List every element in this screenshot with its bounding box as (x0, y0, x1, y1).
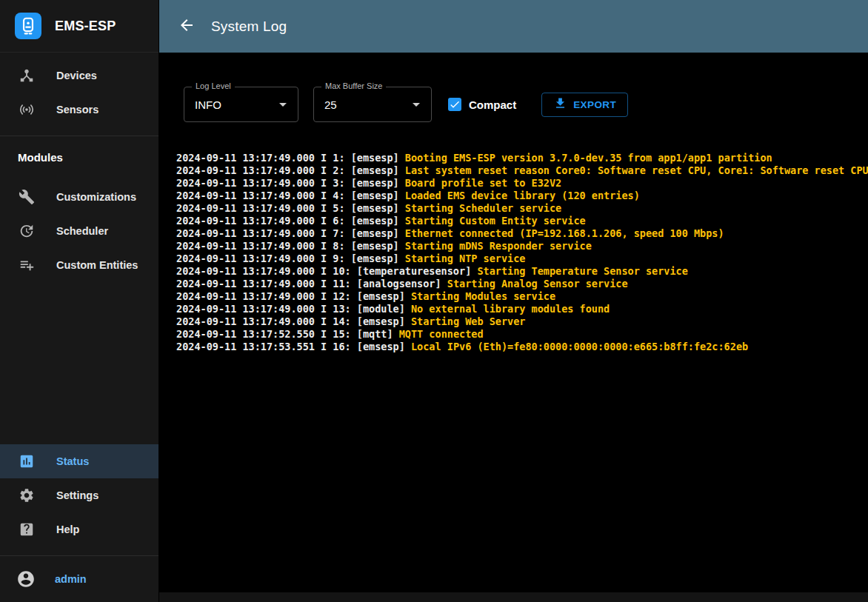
log-message: Starting NTP service (405, 252, 526, 264)
max-buffer-value: 25 (324, 98, 337, 111)
log-lines: 2024-09-11 13:17:49.000 I 1: [emsesp] Bo… (159, 122, 868, 592)
log-message: Starting Temperature Sensor service (477, 265, 687, 277)
app-bar: System Log (159, 0, 868, 53)
sidebar-item-label: Help (56, 524, 79, 535)
download-icon (553, 96, 567, 113)
log-prefix: 2024-09-11 13:17:49.000 I 14: [emsesp] (176, 315, 411, 327)
log-prefix: 2024-09-11 13:17:49.000 I 1: [emsesp] (176, 152, 405, 164)
log-line: 2024-09-11 13:17:49.000 I 14: [emsesp] S… (176, 315, 868, 328)
log-line: 2024-09-11 13:17:49.000 I 7: [emsesp] Et… (176, 227, 868, 240)
log-message: Starting Web Server (411, 315, 525, 327)
app-logo-area: EMS-ESP (0, 0, 158, 53)
log-message: Loaded EMS device library (120 entries) (405, 190, 640, 201)
max-buffer-label: Max Buffer Size (321, 81, 386, 90)
log-prefix: 2024-09-11 13:17:49.000 I 11: [analogsen… (176, 278, 447, 290)
log-line: 2024-09-11 13:17:53.551 I 16: [emsesp] L… (176, 341, 868, 353)
log-message: Starting mDNS Responder service (405, 240, 592, 252)
log-prefix: 2024-09-11 13:17:49.000 I 7: [emsesp] (176, 227, 405, 239)
log-message: Starting Scheduler service (405, 202, 561, 214)
log-message: Local IPv6 (Eth)=fe80:0000:0000:0000:e66… (411, 341, 748, 352)
sidebar-item-devices[interactable]: Devices (0, 58, 158, 93)
checkbox-checked-icon[interactable] (448, 98, 461, 111)
system-log-panel: Log Level INFO Max Buffer Size 25 Compac… (159, 53, 868, 592)
compact-label: Compact (469, 98, 516, 111)
chevron-down-icon (407, 96, 425, 113)
log-prefix: 2024-09-11 13:17:53.551 I 16: [emsesp] (176, 341, 411, 352)
sensors-icon (18, 101, 36, 118)
app-title: EMS-ESP (55, 19, 116, 34)
log-message: Booting EMS-ESP version 3.7.0-dev.35 fro… (405, 152, 772, 164)
log-message: No external library modules found (411, 303, 610, 315)
scheduler-icon (18, 222, 36, 240)
settings-icon (18, 486, 36, 504)
user-menu[interactable]: admin (0, 559, 158, 602)
log-prefix: 2024-09-11 13:17:49.000 I 5: [emsesp] (176, 202, 405, 214)
back-button[interactable] (177, 17, 196, 36)
log-line: 2024-09-11 13:17:49.000 I 4: [emsesp] Lo… (176, 190, 868, 202)
sidebar-item-label: Sensors (56, 104, 99, 116)
export-button-label: EXPORT (573, 99, 616, 110)
sidebar-item-label: Settings (56, 489, 99, 501)
log-controls: Log Level INFO Max Buffer Size 25 Compac… (159, 53, 868, 122)
sidebar-item-sensors[interactable]: Sensors (0, 93, 158, 127)
log-level-value: INFO (195, 98, 221, 111)
sidebar-main-group: Devices Sensors (0, 53, 158, 133)
log-message: Starting Modules service (411, 290, 555, 302)
log-line: 2024-09-11 13:17:49.000 I 12: [emsesp] S… (176, 290, 868, 303)
sidebar-modules-group: Customizations Scheduler Custom Entities (0, 174, 158, 288)
log-message: Ethernet connected (IP=192.168.1.206, sp… (405, 227, 724, 239)
sidebar-item-help[interactable]: Help (0, 512, 158, 546)
log-line: 2024-09-11 13:17:52.550 I 15: [mqtt] MQT… (176, 328, 868, 341)
sidebar-item-label: Scheduler (56, 225, 108, 237)
sidebar-item-label: Status (56, 455, 89, 467)
custom-entities-icon (18, 256, 36, 274)
log-prefix: 2024-09-11 13:17:49.000 I 8: [emsesp] (176, 240, 405, 252)
log-line: 2024-09-11 13:17:49.000 I 6: [emsesp] St… (176, 215, 868, 227)
user-name: admin (55, 573, 87, 585)
sidebar-spacer (0, 288, 158, 438)
log-prefix: 2024-09-11 13:17:52.550 I 15: [mqtt] (176, 328, 399, 340)
sidebar: EMS-ESP Devices Sensors Modules Customiz… (0, 0, 159, 602)
log-prefix: 2024-09-11 13:17:49.000 I 3: [emsesp] (176, 177, 405, 189)
customizations-icon (18, 188, 36, 206)
export-button[interactable]: EXPORT (541, 93, 628, 117)
sidebar-item-label: Custom Entities (56, 259, 138, 271)
sidebar-divider (0, 136, 158, 136)
sidebar-item-label: Devices (56, 70, 97, 81)
chevron-down-icon (274, 96, 292, 113)
sidebar-divider (0, 555, 158, 556)
compact-toggle[interactable]: Compact (448, 98, 516, 111)
log-line: 2024-09-11 13:17:49.000 I 1: [emsesp] Bo… (176, 152, 868, 164)
main-area: System Log Log Level INFO Max Buffer Siz… (159, 0, 868, 602)
log-message: Last system reset reason Core0: Software… (405, 164, 868, 176)
devices-icon (18, 67, 36, 84)
log-line: 2024-09-11 13:17:49.000 I 3: [emsesp] Bo… (176, 177, 868, 190)
log-level-label: Log Level (192, 81, 235, 90)
log-prefix: 2024-09-11 13:17:49.000 I 10: [temperatu… (176, 265, 477, 277)
log-message: Board profile set to E32V2 (405, 177, 561, 189)
sidebar-item-status[interactable]: Status (0, 444, 158, 478)
log-line: 2024-09-11 13:17:49.000 I 9: [emsesp] St… (176, 252, 868, 265)
log-level-select[interactable]: Log Level INFO (184, 87, 298, 122)
log-message: Starting Analog Sensor service (447, 278, 628, 290)
log-line: 2024-09-11 13:17:49.000 I 10: [temperatu… (176, 265, 868, 278)
log-line: 2024-09-11 13:17:49.000 I 11: [analogsen… (176, 278, 868, 290)
max-buffer-select[interactable]: Max Buffer Size 25 (313, 87, 432, 122)
log-prefix: 2024-09-11 13:17:49.000 I 12: [emsesp] (176, 290, 411, 302)
log-line: 2024-09-11 13:17:49.000 I 2: [emsesp] La… (176, 164, 868, 177)
account-circle-icon (16, 569, 36, 589)
sidebar-item-scheduler[interactable]: Scheduler (0, 214, 158, 248)
sidebar-item-settings[interactable]: Settings (0, 478, 158, 512)
ems-esp-logo-icon (15, 13, 41, 39)
arrow-back-icon (178, 16, 196, 37)
modules-section-label: Modules (0, 139, 158, 174)
help-icon (18, 521, 36, 538)
log-line: 2024-09-11 13:17:49.000 I 8: [emsesp] St… (176, 240, 868, 252)
sidebar-item-custom-entities[interactable]: Custom Entities (0, 248, 158, 282)
sidebar-item-customizations[interactable]: Customizations (0, 180, 158, 214)
log-prefix: 2024-09-11 13:17:49.000 I 4: [emsesp] (176, 190, 405, 201)
log-message: MQTT connected (399, 328, 484, 340)
log-line: 2024-09-11 13:17:49.000 I 13: [module] N… (176, 303, 868, 315)
log-line: 2024-09-11 13:17:49.000 I 5: [emsesp] St… (176, 202, 868, 215)
status-icon (18, 452, 36, 470)
